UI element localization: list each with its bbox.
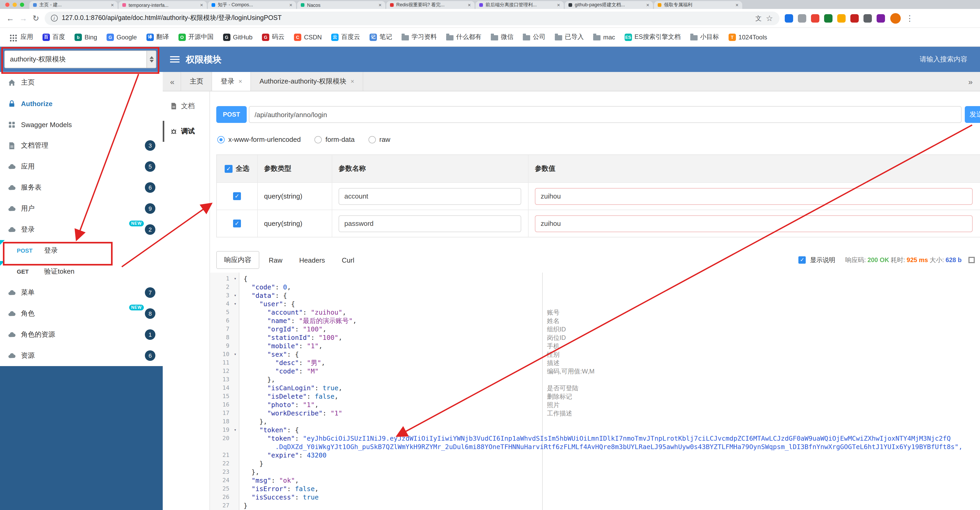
extension-icon[interactable] xyxy=(824,14,832,22)
bookmark-item[interactable]: 什么都有 xyxy=(442,31,485,43)
tab-close-icon[interactable]: × xyxy=(379,2,382,8)
param-name-input[interactable] xyxy=(339,188,521,205)
bookmark-star-icon[interactable]: ☆ xyxy=(766,14,773,22)
sidebar-api-post[interactable]: POST登录 xyxy=(0,240,163,261)
content-tab[interactable]: Authorize-authority-权限模块× xyxy=(251,72,363,91)
response-tab[interactable]: Raw xyxy=(261,252,290,268)
bookmark-item[interactable]: ESES搜索引擎文档 xyxy=(621,31,684,43)
bookmark-item[interactable]: 译翻译 xyxy=(143,31,172,43)
bookmark-item[interactable]: 公司 xyxy=(519,31,549,43)
response-tab[interactable]: Curl xyxy=(334,252,362,268)
param-checkbox[interactable] xyxy=(233,192,241,200)
back-icon[interactable]: ← xyxy=(6,14,14,22)
sidebar-item-11[interactable]: 资源6 xyxy=(0,345,163,366)
tab-close-icon[interactable]: × xyxy=(111,2,114,8)
bookmark-item[interactable]: O开源中国 xyxy=(175,31,217,43)
sidebar-item-0[interactable]: 主页 xyxy=(0,72,163,93)
tab-close-icon[interactable]: × xyxy=(200,2,203,8)
content-tab[interactable]: 主页 xyxy=(181,72,212,91)
bookmark-item[interactable]: mac xyxy=(589,32,619,42)
profile-avatar[interactable] xyxy=(890,13,900,23)
more-vert-icon[interactable]: ⋮ xyxy=(906,14,913,22)
extension-icon[interactable] xyxy=(837,14,845,22)
extension-icon[interactable] xyxy=(850,14,859,22)
header-search-input[interactable]: 请输入搜索内容 xyxy=(920,55,967,64)
bookmark-item[interactable]: 云百度云 xyxy=(328,31,364,43)
minimize-window-icon[interactable] xyxy=(13,2,17,6)
close-window-icon[interactable] xyxy=(5,2,10,6)
sidebar-item-9[interactable]: 角色NEW8 xyxy=(0,303,163,324)
param-value-input[interactable] xyxy=(535,215,973,232)
translate-icon[interactable]: 文 xyxy=(755,15,762,21)
sidebar-api-get[interactable]: GET验证token xyxy=(0,261,163,282)
send-button[interactable]: 发送 xyxy=(965,106,980,123)
content-type-radio[interactable]: raw xyxy=(368,135,390,143)
sidebar-item-4[interactable]: 应用5 xyxy=(0,156,163,177)
tab-close-icon[interactable]: × xyxy=(735,2,738,8)
bookmark-item[interactable]: 学习资料 xyxy=(398,31,441,43)
browser-tab[interactable]: Redis很重要吗? 看完...× xyxy=(386,1,474,9)
close-tab-icon[interactable]: × xyxy=(351,78,354,85)
bookmark-item[interactable]: bBing xyxy=(71,32,101,42)
browser-tab[interactable]: 主页 - 建...× xyxy=(29,1,118,9)
bookmark-item[interactable]: G码云 xyxy=(258,31,288,43)
bookmark-item[interactable]: 百百度 xyxy=(39,31,69,43)
content-type-radio[interactable]: x-www-form-urlencoded xyxy=(217,135,301,143)
rail-item-doc[interactable]: 文档 xyxy=(163,96,210,116)
content-type-radio[interactable]: form-data xyxy=(314,135,355,143)
tab-close-icon[interactable]: × xyxy=(646,2,649,8)
hamburger-icon[interactable] xyxy=(170,56,180,62)
browser-tab[interactable]: 知乎 - Compos...× xyxy=(208,1,296,9)
bookmark-item[interactable]: CCSDN xyxy=(290,32,325,42)
sidebar-item-7[interactable]: 登录NEW2 xyxy=(0,219,163,240)
sidebar-item-6[interactable]: 用户9 xyxy=(0,198,163,219)
tabs-expand-icon[interactable]: » xyxy=(968,77,973,86)
tab-close-icon[interactable]: × xyxy=(289,2,293,8)
bookmark-item[interactable]: GGitHub xyxy=(219,32,256,42)
extension-icon[interactable] xyxy=(876,14,885,22)
close-tab-icon[interactable]: × xyxy=(239,78,242,85)
forward-icon[interactable]: → xyxy=(19,14,27,22)
bookmark-item[interactable]: 微信 xyxy=(487,31,517,43)
browser-tab[interactable]: 前后端分离接口管理利...× xyxy=(476,1,564,9)
zoom-window-icon[interactable] xyxy=(20,2,24,6)
bookmark-item[interactable]: 小目标 xyxy=(687,31,723,43)
extension-icon[interactable] xyxy=(784,14,793,22)
show-desc-checkbox[interactable] xyxy=(799,256,806,264)
api-group-select[interactable]: authority-权限模块 xyxy=(4,50,156,68)
bookmark-item[interactable]: 应用 xyxy=(5,31,37,43)
param-checkbox[interactable] xyxy=(233,220,241,228)
sidebar-item-3[interactable]: 文档管理3 xyxy=(0,135,163,156)
browser-tab[interactable]: temporary-interfa...× xyxy=(119,1,207,9)
bookmark-item[interactable]: 已导入 xyxy=(551,31,587,43)
sidebar-item-5[interactable]: 服务表6 xyxy=(0,177,163,198)
tab-close-icon[interactable]: × xyxy=(468,2,471,8)
extension-icon[interactable] xyxy=(811,14,819,22)
sidebar-item-1[interactable]: Authorize xyxy=(0,93,163,114)
request-url-input[interactable] xyxy=(249,106,962,123)
extension-icon[interactable] xyxy=(798,14,806,22)
param-value-input[interactable] xyxy=(535,188,973,205)
info-icon[interactable]: i xyxy=(51,15,57,22)
rail-item-debug[interactable]: 调试 xyxy=(163,121,210,142)
bookmark-item[interactable]: T1024Tools xyxy=(725,32,771,42)
response-tab[interactable]: Headers xyxy=(292,252,332,268)
bookmark-item[interactable]: 记笔记 xyxy=(366,31,396,43)
reload-icon[interactable]: ↻ xyxy=(33,14,39,22)
browser-tab[interactable]: github-pages搭建文档...× xyxy=(565,1,653,9)
response-tab[interactable]: 响应内容 xyxy=(216,251,259,269)
tab-close-icon[interactable]: × xyxy=(557,2,560,8)
sidebar-item-10[interactable]: 角色的资源1 xyxy=(0,324,163,345)
select-all-checkbox[interactable] xyxy=(225,165,232,172)
bookmark-item[interactable]: GGoogle xyxy=(103,32,140,42)
tabs-collapse-icon[interactable]: « xyxy=(170,77,175,86)
url-bar[interactable]: i 127.0.0.1:8760/api/gate/doc.html#/auth… xyxy=(45,11,779,25)
sidebar-item-8[interactable]: 菜单7 xyxy=(0,282,163,303)
browser-tab[interactable]: 领取专属福利× xyxy=(654,1,742,9)
sidebar-item-2[interactable]: Swagger Models xyxy=(0,114,163,135)
extension-icon[interactable] xyxy=(863,14,872,22)
param-name-input[interactable] xyxy=(339,215,521,232)
content-tab[interactable]: 登录× xyxy=(212,72,251,91)
fullscreen-icon[interactable] xyxy=(969,257,975,263)
browser-tab[interactable]: Nacos× xyxy=(297,1,385,9)
